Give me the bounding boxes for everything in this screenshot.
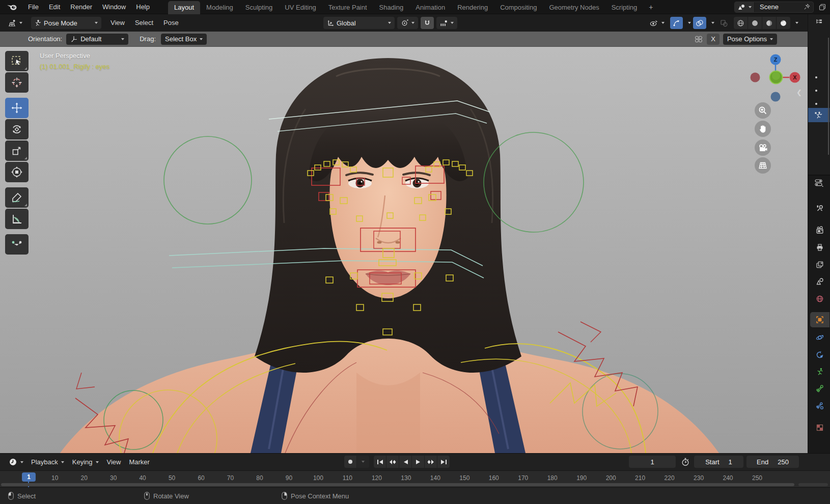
properties-tab-texture[interactable] xyxy=(810,420,829,435)
pin-icon[interactable] xyxy=(800,4,813,10)
tool-move[interactable] xyxy=(5,98,29,118)
topbar-menu-item[interactable]: Help xyxy=(131,0,155,14)
editor-type-button[interactable] xyxy=(4,17,26,29)
tool-measure[interactable] xyxy=(5,209,29,229)
visibility-dropdown[interactable] xyxy=(646,17,668,29)
tool-cursor[interactable] xyxy=(5,72,29,93)
snap-toggle[interactable] xyxy=(421,17,434,29)
pivot-point-dropdown[interactable] xyxy=(397,17,418,29)
drag-mode-dropdown[interactable]: Select Box xyxy=(161,34,207,45)
play-reverse-button[interactable] xyxy=(399,456,411,468)
viewport-menu-item[interactable]: Pose xyxy=(158,16,184,30)
properties-tab-world[interactable] xyxy=(810,291,829,306)
current-frame-badge[interactable]: 1 xyxy=(22,472,36,482)
show-overlays-toggle[interactable] xyxy=(693,17,706,29)
workspace-tab[interactable]: Compositing xyxy=(494,1,543,14)
keying-set-dropdown[interactable] xyxy=(357,456,369,468)
outliner-armature-item[interactable] xyxy=(808,108,829,122)
properties-tab-output[interactable] xyxy=(810,240,829,255)
workspace-tab[interactable]: Sculpting xyxy=(239,1,279,14)
start-frame-field[interactable]: Start 1 xyxy=(694,456,743,468)
mirror-x-toggle[interactable]: X xyxy=(707,34,720,45)
new-scene-icon[interactable] xyxy=(819,4,826,11)
timeline-scrollbar-stub[interactable] xyxy=(798,483,828,486)
topbar-menu-item[interactable]: File xyxy=(23,0,44,14)
orthographic-toggle-button[interactable] xyxy=(755,157,771,174)
outliner-scrollbar[interactable] xyxy=(828,38,829,155)
topbar-menu-item[interactable]: Edit xyxy=(44,0,65,14)
jump-to-end-button[interactable] xyxy=(437,456,450,468)
workspace-tab[interactable]: Scripting xyxy=(605,1,644,14)
viewport-3d[interactable]: User Perspective (1) 01.001_Rigify : eye… xyxy=(0,47,808,453)
outliner-editor-icon[interactable] xyxy=(808,14,830,24)
topbar-menu-item[interactable]: Window xyxy=(97,0,131,14)
tool-select-box[interactable] xyxy=(5,51,29,71)
play-button[interactable] xyxy=(412,456,424,468)
end-frame-field[interactable]: End 250 xyxy=(746,456,799,468)
topbar-menu-item[interactable]: Render xyxy=(65,0,97,14)
workspace-tab[interactable]: Modeling xyxy=(200,1,239,14)
pan-button[interactable] xyxy=(755,121,771,137)
add-workspace-button[interactable]: + xyxy=(643,1,658,13)
camera-view-button[interactable] xyxy=(755,139,771,156)
outliner-item-dot[interactable] xyxy=(815,76,817,78)
shading-wireframe-button[interactable] xyxy=(734,17,748,29)
workspace-tab[interactable]: Rendering xyxy=(451,1,494,14)
scene-browse-button[interactable] xyxy=(735,2,755,12)
xray-toggle[interactable] xyxy=(716,17,732,29)
properties-tab-object-constraints[interactable] xyxy=(810,347,829,362)
shading-rendered-button[interactable] xyxy=(777,17,790,29)
properties-tab-physics[interactable] xyxy=(810,330,829,345)
properties-tab-bone-constraints[interactable] xyxy=(810,398,829,413)
properties-tab-scene[interactable] xyxy=(810,274,829,289)
shading-solid-button[interactable] xyxy=(748,17,762,29)
preview-range-button[interactable] xyxy=(679,456,692,468)
workspace-tab[interactable]: Animation xyxy=(409,1,451,14)
panel-collapse-icon[interactable]: ❮ xyxy=(796,89,802,96)
show-gizmo-toggle[interactable] xyxy=(670,17,683,29)
orientation-default-dropdown[interactable]: Default xyxy=(66,34,128,45)
blender-logo-icon[interactable] xyxy=(6,3,18,11)
navigation-gizmo[interactable]: Z X xyxy=(749,49,801,104)
tool-pose-breakdowner[interactable] xyxy=(5,234,29,255)
transform-orientation-dropdown[interactable]: Global xyxy=(323,17,395,29)
properties-tab-tool[interactable] xyxy=(810,201,829,216)
keying-menu[interactable]: Keying xyxy=(68,458,103,466)
pose-options-dropdown[interactable]: Pose Options xyxy=(723,34,777,45)
properties-tab-object[interactable] xyxy=(810,312,829,327)
snap-settings-dropdown[interactable] xyxy=(436,17,457,29)
next-keyframe-button[interactable] xyxy=(425,456,437,468)
properties-editor-icon[interactable] xyxy=(808,176,830,187)
auto-keyframe-record-button[interactable] xyxy=(344,456,356,468)
zoom-button[interactable] xyxy=(755,102,771,119)
properties-tab-view-layer[interactable] xyxy=(810,257,829,272)
timeline-ruler[interactable]: 1020304050607080901001101201301401501601… xyxy=(0,470,830,488)
timeline-editor-type-button[interactable] xyxy=(5,456,27,468)
workspace-tab[interactable]: UV Editing xyxy=(279,1,322,14)
scene-name-field[interactable]: Scene xyxy=(755,3,800,11)
outliner-item-dot[interactable] xyxy=(815,90,817,92)
viewport-menu-item[interactable]: Select xyxy=(130,16,158,30)
outliner-item-dot[interactable] xyxy=(815,103,817,105)
tool-annotate[interactable] xyxy=(5,187,29,208)
playback-menu[interactable]: Playback xyxy=(27,458,68,466)
workspace-tab[interactable]: Shading xyxy=(373,1,410,14)
timeline-scrollbar[interactable] xyxy=(1,483,794,486)
current-frame-field[interactable]: 1 xyxy=(629,456,676,468)
properties-tab-render[interactable] xyxy=(810,222,829,238)
timeline-view-menu[interactable]: View xyxy=(103,458,125,466)
properties-tab-object-data[interactable] xyxy=(810,364,829,379)
viewport-menu-item[interactable]: View xyxy=(105,16,130,30)
marker-menu[interactable]: Marker xyxy=(125,458,153,466)
shading-material-button[interactable] xyxy=(762,17,776,29)
viewport-canvas[interactable] xyxy=(0,47,808,453)
workspace-tab[interactable]: Geometry Nodes xyxy=(543,1,605,14)
workspace-tab[interactable]: Layout xyxy=(168,1,200,14)
properties-tab-bone[interactable] xyxy=(810,381,829,396)
jump-to-start-button[interactable] xyxy=(374,456,386,468)
previous-keyframe-button[interactable] xyxy=(386,456,399,468)
tool-rotate[interactable] xyxy=(5,119,29,139)
mode-selector[interactable]: Pose Mode xyxy=(31,17,101,29)
workspace-tab[interactable]: Texture Paint xyxy=(322,1,373,14)
tool-scale[interactable] xyxy=(5,141,29,161)
